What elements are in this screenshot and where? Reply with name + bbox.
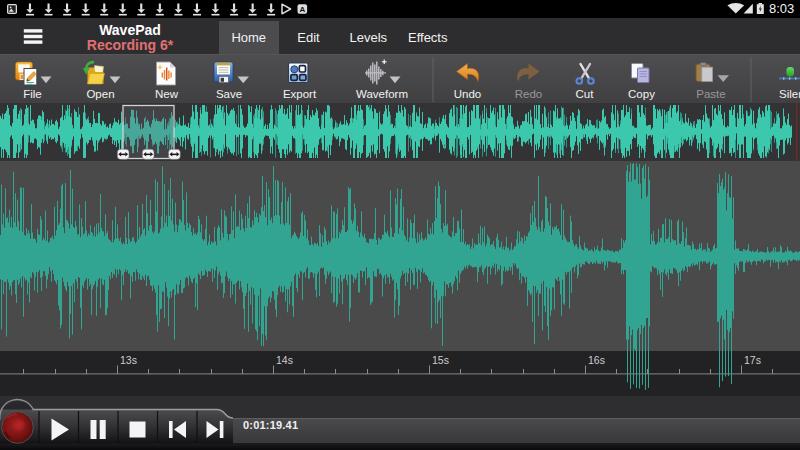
svg-text:A: A xyxy=(299,5,305,14)
